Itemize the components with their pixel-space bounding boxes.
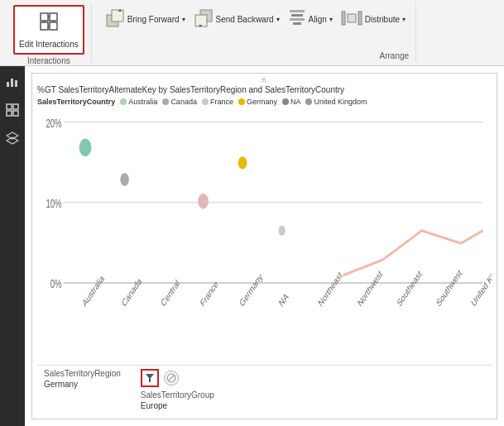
legend-dot-france xyxy=(202,98,209,105)
sidebar-icon-barchart[interactable] xyxy=(3,73,22,91)
legend-dot-germany xyxy=(238,98,245,105)
svg-text:10%: 10% xyxy=(46,197,62,210)
edit-interactions-label: Edit Interactions xyxy=(19,40,79,50)
svg-text:United Kingd...: United Kingd... xyxy=(469,253,492,309)
svg-marker-48 xyxy=(146,374,154,382)
dot-na xyxy=(278,226,285,236)
drag-handle: ≡ xyxy=(262,75,267,84)
no-filter-button[interactable] xyxy=(164,371,179,385)
arrange-group-label: Arrange xyxy=(380,50,410,60)
uk-line xyxy=(343,231,483,275)
no-filter-icon xyxy=(166,373,176,383)
legend-item-na: NA xyxy=(282,98,301,106)
align-label: Align xyxy=(309,15,327,24)
svg-rect-17 xyxy=(293,22,301,25)
dot-australia xyxy=(79,139,92,157)
dot-canada xyxy=(120,173,129,185)
distribute-label: Distribute xyxy=(365,15,400,24)
send-backward-button[interactable]: Send Backward ▾ xyxy=(190,5,283,33)
svg-text:Southeast: Southeast xyxy=(396,268,424,309)
chart-legend: SalesTerritoryCountry Australia Canada F… xyxy=(37,98,492,106)
legend-dot-na xyxy=(282,98,289,105)
svg-rect-24 xyxy=(7,104,12,109)
legend-item-uk: United Kingdom xyxy=(305,98,367,106)
chart-svg: 20% 10% 0% Australia Canada Central Fran… xyxy=(37,109,492,365)
bottom-section: SalesTerritoryRegion Germany xyxy=(37,365,492,414)
legend-label-france: France xyxy=(210,98,233,106)
svg-text:Australia: Australia xyxy=(80,272,105,309)
interactions-group-label: Interactions xyxy=(27,55,70,65)
legend-label-canada: Canada xyxy=(170,98,197,106)
bring-forward-button[interactable]: Bring Forward ▾ xyxy=(102,5,189,33)
send-backward-icon xyxy=(194,7,214,31)
toolbar: Edit Interactions Interactions Bring For… xyxy=(0,0,504,66)
svg-rect-20 xyxy=(348,14,356,22)
svg-rect-12 xyxy=(195,15,207,26)
chart-title: %GT SalesTerritoryAlternateKey by SalesT… xyxy=(37,85,492,94)
group-value: Europe xyxy=(141,401,214,410)
svg-rect-0 xyxy=(41,13,48,21)
svg-rect-26 xyxy=(7,111,12,116)
icons-row xyxy=(141,369,214,387)
svg-rect-3 xyxy=(50,22,57,30)
filter-icon xyxy=(145,373,155,383)
edit-interactions-icon xyxy=(37,10,60,38)
svg-rect-27 xyxy=(13,111,18,116)
chart-svg-container: 20% 10% 0% Australia Canada Central Fran… xyxy=(37,109,492,365)
dot-germany xyxy=(238,156,247,169)
svg-rect-18 xyxy=(342,12,345,25)
region-col: SalesTerritoryRegion Germany xyxy=(44,369,121,389)
svg-rect-14 xyxy=(290,10,305,12)
svg-text:Canada: Canada xyxy=(120,275,143,309)
svg-text:Southwest: Southwest xyxy=(434,266,463,309)
main-layout: ≡ %GT SalesTerritoryAlternateKey by Sale… xyxy=(0,66,504,426)
chart-area: ≡ %GT SalesTerritoryAlternateKey by Sale… xyxy=(31,73,497,419)
send-backward-label: Send Backward xyxy=(216,15,274,24)
svg-rect-23 xyxy=(15,80,17,87)
interactions-group: Edit Interactions Interactions xyxy=(7,3,92,62)
region-value: Germany xyxy=(44,380,121,389)
svg-text:Northeast: Northeast xyxy=(316,269,343,309)
svg-text:20%: 20% xyxy=(46,117,62,130)
legend-dot-canada xyxy=(162,98,169,105)
svg-rect-16 xyxy=(290,18,305,21)
legend-item-australia: Australia xyxy=(120,98,157,106)
bring-forward-icon xyxy=(105,7,125,31)
dot-france xyxy=(198,194,209,209)
svg-rect-21 xyxy=(7,82,9,87)
legend-label-germany: Germany xyxy=(247,98,277,106)
svg-marker-29 xyxy=(7,137,18,144)
distribute-icon xyxy=(341,7,362,31)
distribute-button[interactable]: Distribute ▾ xyxy=(338,5,409,33)
edit-interactions-button[interactable]: Edit Interactions xyxy=(13,5,84,55)
svg-rect-2 xyxy=(41,22,48,30)
svg-rect-9 xyxy=(112,10,123,22)
align-button[interactable]: Align ▾ xyxy=(285,5,336,33)
sidebar-icon-layers[interactable] xyxy=(3,129,22,147)
legend-dot-uk xyxy=(305,98,312,105)
left-sidebar xyxy=(0,66,25,426)
svg-rect-1 xyxy=(50,13,57,21)
svg-text:Northwest: Northwest xyxy=(356,268,384,309)
legend-label-na: NA xyxy=(290,98,301,106)
bring-forward-label: Bring Forward xyxy=(127,15,180,24)
svg-rect-25 xyxy=(13,104,18,109)
legend-item-france: France xyxy=(202,98,233,106)
svg-text:Central: Central xyxy=(159,277,180,309)
legend-label-australia: Australia xyxy=(128,98,157,106)
svg-rect-19 xyxy=(358,12,362,25)
legend-item-canada: Canada xyxy=(162,98,197,106)
arrange-group: Bring Forward ▾ Send Backward ▾ xyxy=(95,3,416,62)
legend-dot-australia xyxy=(120,98,127,105)
align-icon xyxy=(288,7,306,31)
filter-button[interactable] xyxy=(141,369,159,387)
svg-rect-15 xyxy=(291,14,303,17)
svg-line-50 xyxy=(168,375,175,381)
sidebar-icon-grid[interactable] xyxy=(3,101,22,119)
svg-text:0%: 0% xyxy=(50,277,62,290)
svg-marker-28 xyxy=(7,132,18,139)
svg-text:Germany: Germany xyxy=(238,270,264,309)
region-label: SalesTerritoryRegion xyxy=(44,369,121,378)
svg-text:NA: NA xyxy=(277,290,290,309)
group-label: SalesTerritoryGroup xyxy=(141,390,214,400)
